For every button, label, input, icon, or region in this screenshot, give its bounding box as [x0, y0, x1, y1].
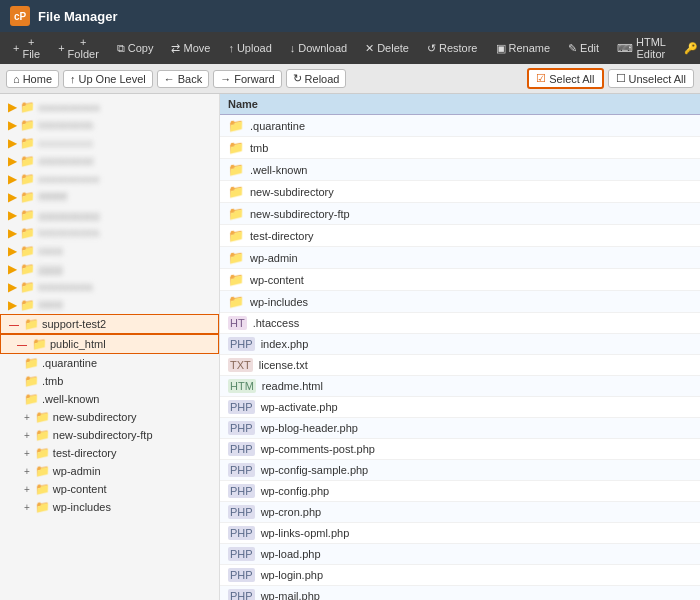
sidebar-item-b10[interactable]: ▶ 📁 jjjjjjjjjj	[0, 260, 219, 278]
file-row[interactable]: 📁 tmb	[220, 137, 700, 159]
file-row[interactable]: PHP wp-config-sample.php	[220, 460, 700, 481]
perm-icon: 🔑	[684, 42, 698, 55]
folder-icon: ▶ 📁	[8, 226, 35, 240]
perm-button[interactable]: 🔑 Perm	[677, 39, 700, 58]
forward-button[interactable]: → Forward	[213, 70, 281, 88]
sidebar-item-b12[interactable]: ▶ 📁 llllllllll	[0, 296, 219, 314]
sidebar-item-test-directory[interactable]: + 📁 test-directory	[0, 444, 219, 462]
file-row[interactable]: PHP wp-comments-post.php	[220, 439, 700, 460]
file-row[interactable]: 📁 test-directory	[220, 225, 700, 247]
delete-button[interactable]: ✕ Delete	[358, 39, 416, 58]
file-row[interactable]: 📁 wp-content	[220, 269, 700, 291]
sidebar-item-new-subdirectory-ftp[interactable]: + 📁 new-subdirectory-ftp	[0, 426, 219, 444]
sidebar-item-b11[interactable]: ▶ 📁 kkkkkkkkkk	[0, 278, 219, 296]
file-row[interactable]: PHP wp-cron.php	[220, 502, 700, 523]
back-icon: ←	[164, 73, 175, 85]
file-row[interactable]: PHP wp-login.php	[220, 565, 700, 586]
file-row[interactable]: 📁 .quarantine	[220, 115, 700, 137]
file-row[interactable]: TXT license.txt	[220, 355, 700, 376]
app-header: cP File Manager	[0, 0, 700, 32]
sidebar-item-b5[interactable]: ▶ 📁 eeeeeeeeee	[0, 170, 219, 188]
new-file-button[interactable]: + + File	[6, 33, 47, 63]
reload-icon: ↻	[293, 72, 302, 85]
file-row[interactable]: HTM readme.html	[220, 376, 700, 397]
folder-icon: 📁	[35, 500, 50, 514]
sidebar-item-b1[interactable]: ▶ 📁 aaaaaaaaaa	[0, 98, 219, 116]
sidebar-item-b6[interactable]: ▶ 📁 ffffffffff	[0, 188, 219, 206]
folder-icon: 📁	[228, 162, 244, 177]
file-row[interactable]: HT .htaccess	[220, 313, 700, 334]
unselect-all-button[interactable]: ☐ Unselect All	[608, 69, 694, 88]
restore-button[interactable]: ↺ Restore	[420, 39, 485, 58]
upload-icon: ↑	[228, 42, 234, 54]
folder-icon: ▶ 📁	[8, 244, 35, 258]
file-list: Name 📁 .quarantine 📁 tmb 📁 .well-known 📁…	[220, 94, 700, 600]
sidebar-item-quarantine[interactable]: 📁 .quarantine	[0, 354, 219, 372]
copy-button[interactable]: ⧉ Copy	[110, 39, 161, 58]
delete-icon: ✕	[365, 42, 374, 55]
sidebar-item-b8[interactable]: ▶ 📁 hhhhhhhhhh	[0, 224, 219, 242]
folder-icon: 📁	[228, 250, 244, 265]
plus-icon: +	[24, 430, 30, 441]
folder-icon: ▶ 📁	[8, 154, 35, 168]
file-row[interactable]: 📁 new-subdirectory	[220, 181, 700, 203]
plus-icon: +	[24, 484, 30, 495]
new-folder-button[interactable]: + + Folder	[51, 33, 106, 63]
app-title: File Manager	[38, 9, 117, 24]
upload-button[interactable]: ↑ Upload	[221, 39, 278, 57]
folder-icon: 📁	[228, 228, 244, 243]
sidebar-item-support-test2[interactable]: — 📁 support-test2	[0, 314, 219, 334]
sidebar-item-b7[interactable]: ▶ 📁 gggggggggg	[0, 206, 219, 224]
sidebar-item-well-known[interactable]: 📁 .well-known	[0, 390, 219, 408]
sidebar-item-new-subdirectory[interactable]: + 📁 new-subdirectory	[0, 408, 219, 426]
reload-button[interactable]: ↻ Reload	[286, 69, 347, 88]
edit-button[interactable]: ✎ Edit	[561, 39, 606, 58]
folder-icon: ▶ 📁	[8, 208, 35, 222]
folder-icon: 📁	[228, 272, 244, 287]
folder-icon: 📁	[24, 374, 39, 388]
folder-icon: 📁	[228, 184, 244, 199]
sidebar: ▶ 📁 aaaaaaaaaa ▶ 📁 bbbbbbbbb ▶ 📁 ccccccc…	[0, 94, 220, 600]
folder-icon: 📁	[32, 337, 47, 351]
rename-icon: ▣	[496, 42, 506, 55]
file-row[interactable]: PHP index.php	[220, 334, 700, 355]
php-icon: PHP	[228, 400, 255, 414]
sidebar-item-tmb[interactable]: 📁 .tmb	[0, 372, 219, 390]
up-one-level-button[interactable]: ↑ Up One Level	[63, 70, 153, 88]
download-button[interactable]: ↓ Download	[283, 39, 354, 57]
sidebar-item-public-html[interactable]: — 📁 public_html	[0, 334, 219, 354]
back-button[interactable]: ← Back	[157, 70, 209, 88]
move-button[interactable]: ⇄ Move	[164, 39, 217, 58]
file-row[interactable]: PHP wp-activate.php	[220, 397, 700, 418]
minus-icon: —	[17, 339, 27, 350]
rename-button[interactable]: ▣ Rename	[489, 39, 558, 58]
file-row[interactable]: 📁 wp-includes	[220, 291, 700, 313]
folder-icon: ▶ 📁	[8, 298, 35, 312]
sidebar-item-b9[interactable]: ▶ 📁 iiiiiiiiii	[0, 242, 219, 260]
folder-icon: 📁	[35, 428, 50, 442]
sidebar-item-wp-content[interactable]: + 📁 wp-content	[0, 480, 219, 498]
checkbox-icon: ☑	[536, 72, 546, 85]
sidebar-item-b2[interactable]: ▶ 📁 bbbbbbbbb	[0, 116, 219, 134]
cpanel-icon: cP	[10, 6, 30, 26]
php-icon: PHP	[228, 589, 255, 600]
folder-icon: ▶ 📁	[8, 190, 35, 204]
sidebar-item-b4[interactable]: ▶ 📁 ddddddddd	[0, 152, 219, 170]
sidebar-item-b3[interactable]: ▶ 📁 cccccccccc	[0, 134, 219, 152]
sidebar-item-wp-admin[interactable]: + 📁 wp-admin	[0, 462, 219, 480]
folder-icon: ▶ 📁	[8, 118, 35, 132]
file-row[interactable]: PHP wp-load.php	[220, 544, 700, 565]
sidebar-item-wp-includes[interactable]: + 📁 wp-includes	[0, 498, 219, 516]
home-button[interactable]: ⌂ Home	[6, 70, 59, 88]
file-row[interactable]: 📁 wp-admin	[220, 247, 700, 269]
file-row[interactable]: PHP wp-blog-header.php	[220, 418, 700, 439]
html-editor-button[interactable]: ⌨ HTML Editor	[610, 33, 673, 63]
file-row[interactable]: 📁 new-subdirectory-ftp	[220, 203, 700, 225]
file-row[interactable]: 📁 .well-known	[220, 159, 700, 181]
file-row[interactable]: PHP wp-config.php	[220, 481, 700, 502]
folder-icon: 📁	[24, 317, 39, 331]
file-row[interactable]: PHP wp-links-opml.php	[220, 523, 700, 544]
php-icon: PHP	[228, 568, 255, 582]
select-all-button[interactable]: ☑ Select All	[527, 68, 603, 89]
file-row[interactable]: PHP wp-mail.php	[220, 586, 700, 600]
